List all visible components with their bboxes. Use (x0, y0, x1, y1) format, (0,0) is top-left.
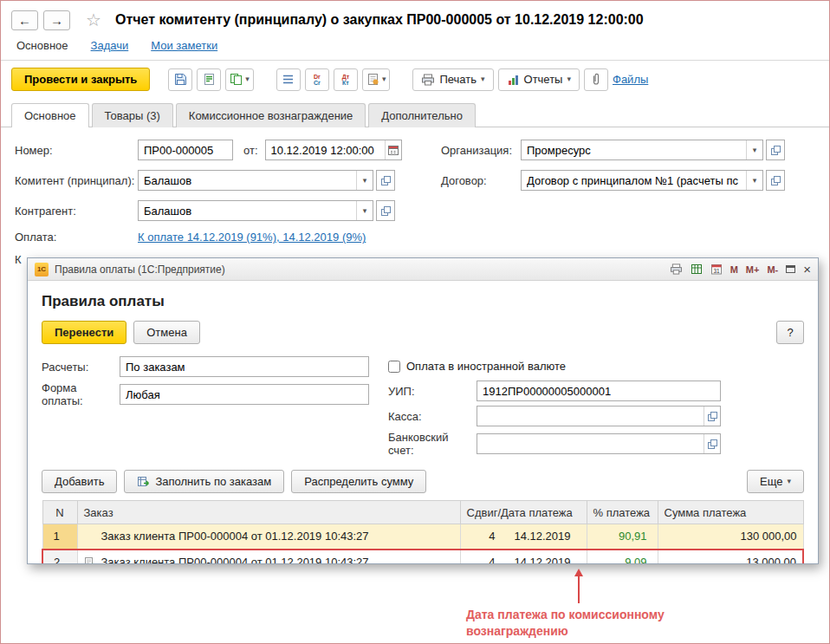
clipped-label: К (15, 253, 22, 266)
column-header-order[interactable]: Заказ (77, 501, 460, 524)
contract-field: ▾ (521, 170, 763, 191)
shift-value: 4 (464, 556, 496, 565)
print-dropdown-caret: ▾ (481, 75, 485, 83)
table-row-1[interactable]: 1 Заказ клиента ПР00-000004 от 01.12.201… (42, 524, 803, 550)
post-and-close-button[interactable]: Провести и закрыть (11, 68, 150, 91)
memory-m-minus-button[interactable]: М- (767, 264, 778, 275)
payments-table-header: N Заказ Сдвиг/Дата платежа % платежа Сум… (42, 501, 803, 524)
cash-input[interactable] (477, 407, 704, 426)
dtkt-register-button[interactable]: Дт Кт (334, 68, 358, 91)
number-input[interactable] (138, 140, 233, 160)
column-header-n[interactable]: N (42, 501, 77, 524)
toolbar: Провести и закрыть ▾ Dr Cr Дт Кт (1, 61, 829, 97)
reports-button[interactable]: Отчеты ▾ (498, 68, 580, 91)
cancel-button[interactable]: Отмена (133, 321, 200, 344)
shift-date-cell: 414.12.2019 (460, 550, 587, 565)
transfer-button[interactable]: Перенести (42, 321, 126, 344)
bank-account-input[interactable] (477, 434, 704, 453)
shift-value: 4 (464, 530, 496, 543)
column-header-amount[interactable]: Сумма платежа (658, 501, 803, 524)
nav-item-main[interactable]: Основное (16, 39, 68, 52)
print-button-label: Печать (439, 73, 477, 86)
memory-m-plus-button[interactable]: М+ (746, 264, 760, 275)
add-button[interactable]: Добавить (42, 470, 117, 493)
tab-commission[interactable]: Комиссионное вознаграждение (176, 103, 366, 127)
open-icon (770, 175, 781, 186)
table-row-2[interactable]: 2 Заказ клиента ПР00-000004 от 01.12.201… (42, 550, 803, 565)
principal-open-button[interactable] (376, 170, 395, 191)
row-number-cell: 1 (42, 524, 77, 550)
organization-label: Организация: (441, 144, 521, 157)
posting-settings-button[interactable]: ▾ (362, 68, 391, 91)
nav-item-tasks[interactable]: Задачи (91, 39, 129, 52)
fill-table-icon (137, 476, 150, 487)
files-link[interactable]: Файлы (613, 73, 648, 86)
commission-order-icon (84, 556, 95, 565)
grid-icon (691, 263, 703, 275)
dialog-calendar-button[interactable]: 31 (710, 263, 723, 275)
principal-input[interactable] (139, 171, 356, 190)
cash-label: Касса: (388, 410, 477, 423)
payment-date-value: 14.12.2019 (496, 530, 583, 543)
column-header-percent[interactable]: % платежа (587, 501, 658, 524)
tab-main[interactable]: Основное (11, 103, 89, 127)
contract-open-button[interactable] (766, 170, 785, 191)
dialog-heading: Правила оплаты (42, 293, 804, 310)
copy-button[interactable]: ▾ (225, 68, 254, 91)
form-tabs: Основное Товары (3) Комиссионное вознагр… (1, 97, 829, 127)
number-row-left: Номер: от: (15, 140, 441, 160)
favorite-star-icon[interactable]: ☆ (86, 10, 101, 30)
post-document-button[interactable] (197, 68, 221, 91)
cash-open-button[interactable] (704, 407, 720, 426)
contract-dropdown-button[interactable]: ▾ (746, 171, 762, 190)
close-icon: × (803, 262, 811, 276)
nav-item-notes[interactable]: Мои заметки (151, 39, 217, 52)
organization-input[interactable] (522, 140, 746, 159)
dialog-close-button[interactable]: × (803, 263, 811, 276)
print-button[interactable]: Печать ▾ (412, 68, 493, 91)
contract-input[interactable] (522, 171, 746, 190)
principal-label: Комитент (принципал): (15, 174, 138, 187)
bank-account-label: Банковский счет: (388, 431, 477, 457)
calculations-label: Расчеты: (42, 361, 120, 374)
foreign-currency-checkbox[interactable] (388, 361, 400, 373)
drcr-register-button[interactable]: Dr Cr (305, 68, 329, 91)
date-input[interactable] (266, 140, 385, 159)
dialog-calculator-button[interactable] (691, 263, 703, 275)
document-structure-button[interactable] (276, 68, 301, 91)
date-calendar-button[interactable] (385, 140, 401, 159)
order-cell-text: Заказ клиента ПР00-000004 от 01.12.2019 … (101, 556, 369, 565)
counterparty-dropdown-button[interactable]: ▾ (356, 201, 373, 220)
more-button[interactable]: Еще ▾ (747, 470, 804, 493)
dialog-print-button[interactable] (670, 263, 683, 275)
uip-label: УИП: (388, 385, 477, 398)
1c-logo-icon: 1С (35, 263, 49, 276)
distribute-sum-button[interactable]: Распределить сумму (291, 470, 426, 493)
tab-goods[interactable]: Товары (3) (92, 103, 173, 127)
uip-input[interactable] (477, 381, 721, 401)
fill-by-orders-button[interactable]: Заполнить по заказам (124, 470, 284, 493)
bank-account-row: Банковский счет: (388, 431, 804, 457)
counterparty-open-button[interactable] (376, 200, 395, 221)
save-button[interactable] (168, 68, 192, 91)
dtkt-icon: Дт Кт (342, 74, 349, 86)
counterparty-input[interactable] (139, 201, 356, 220)
column-header-shift-date[interactable]: Сдвиг/Дата платежа (460, 501, 587, 524)
payment-link[interactable]: К оплате 14.12.2019 (91%), 14.12.2019 (9… (138, 231, 366, 244)
forward-button[interactable]: → (43, 10, 70, 30)
memory-m-button[interactable]: М (730, 264, 738, 275)
back-button[interactable]: ← (11, 10, 38, 30)
attachments-button[interactable] (584, 68, 608, 91)
calculations-input[interactable] (120, 356, 369, 377)
cash-row: Касса: (388, 406, 804, 426)
bank-account-open-button[interactable] (704, 434, 720, 453)
dialog-titlebar[interactable]: 1С Правила оплаты (1С:Предприятие) 31 М … (28, 258, 818, 281)
tab-additional[interactable]: Дополнительно (368, 103, 476, 127)
organization-open-button[interactable] (766, 140, 785, 160)
principal-dropdown-button[interactable]: ▾ (356, 171, 373, 190)
organization-dropdown-button[interactable]: ▾ (746, 140, 762, 159)
window-restore-button[interactable] (786, 265, 795, 273)
payment-form-input[interactable] (120, 384, 369, 405)
help-button[interactable]: ? (776, 321, 804, 344)
copy-icon (230, 73, 243, 86)
